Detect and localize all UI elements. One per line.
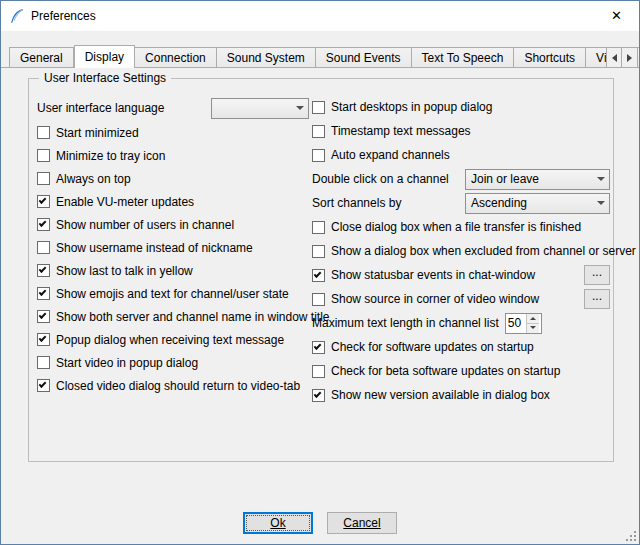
checkbox-icon	[37, 241, 50, 254]
language-label: User interface language	[37, 101, 164, 115]
checkbox-icon	[312, 389, 325, 402]
close-icon: ✕	[611, 8, 622, 23]
checkbox-icon	[312, 341, 325, 354]
checkbox-check-updates[interactable]: Check for software updates on startup	[312, 340, 534, 354]
sort-channels-value: Ascending	[466, 196, 593, 210]
checkbox-icon	[37, 172, 50, 185]
max-text-length-row: Maximum text length in channel list	[312, 311, 610, 335]
tab-scroller	[606, 47, 638, 68]
tab-text-to-speech[interactable]: Text To Speech	[412, 47, 515, 68]
tab-shortcuts[interactable]: Shortcuts	[514, 47, 586, 68]
checkbox-icon	[312, 125, 325, 138]
checkbox-icon	[37, 218, 50, 231]
tab-scroll-right-button[interactable]	[622, 47, 638, 68]
checkbox-icon	[312, 221, 325, 234]
checkmark-icon	[39, 265, 47, 273]
language-combobox[interactable]	[211, 98, 309, 119]
checkbox-vu-meter-updates[interactable]: Enable VU-meter updates	[37, 195, 194, 209]
language-row: User interface language	[37, 95, 309, 121]
checkmark-icon	[39, 380, 47, 388]
resize-grip[interactable]	[624, 529, 636, 541]
checkbox-icon	[312, 245, 325, 258]
ok-button[interactable]: Ok	[243, 512, 313, 534]
checkbox-closed-video-return[interactable]: Closed video dialog should return to vid…	[37, 379, 300, 393]
checkmark-icon	[314, 270, 322, 278]
checkmark-icon	[39, 311, 47, 319]
sort-channels-combobox[interactable]: Ascending	[465, 193, 610, 214]
footer: Ok Cancel	[1, 512, 639, 534]
checkbox-icon	[312, 149, 325, 162]
user-interface-settings-group: User Interface Settings User interface l…	[28, 78, 614, 462]
checkbox-icon	[312, 101, 325, 114]
video-source-more-button[interactable]: ...	[584, 289, 610, 309]
group-title: User Interface Settings	[39, 71, 171, 85]
checkbox-icon	[312, 293, 325, 306]
double-click-combobox[interactable]: Join or leave	[465, 169, 610, 190]
checkbox-show-emojis[interactable]: Show emojis and text for channel/user st…	[37, 287, 289, 301]
checkbox-desktops-popup[interactable]: Start desktops in popup dialog	[312, 100, 492, 114]
chevron-down-icon	[292, 102, 308, 114]
chevron-down-icon	[593, 197, 609, 209]
checkmark-icon	[39, 196, 47, 204]
tab-general[interactable]: General	[9, 47, 74, 68]
chevron-down-icon	[593, 173, 609, 185]
window-title: Preferences	[31, 9, 96, 23]
statusbar-events-more-button[interactable]: ...	[584, 265, 610, 285]
titlebar[interactable]: Preferences ✕	[1, 1, 639, 31]
max-text-length-spinner	[505, 313, 542, 334]
checkbox-icon	[37, 356, 50, 369]
checkbox-icon	[37, 149, 50, 162]
checkmark-icon	[39, 288, 47, 296]
cancel-button[interactable]: Cancel	[327, 512, 397, 534]
checkbox-always-on-top[interactable]: Always on top	[37, 172, 131, 186]
checkbox-icon	[37, 333, 50, 346]
right-column: Start desktops in popup dialog Timestamp…	[312, 95, 610, 407]
preferences-dialog: Preferences ✕ General Display Connection…	[0, 0, 640, 545]
sort-channels-row: Sort channels by Ascending	[312, 191, 610, 215]
statusbar-events-row: Show statusbar events in chat-window ...	[312, 263, 610, 287]
checkbox-new-version-dialog[interactable]: Show new version available in dialog box	[312, 388, 550, 402]
tab-scroll-left-button[interactable]	[606, 47, 622, 68]
spin-up-button[interactable]	[527, 314, 539, 323]
checkbox-close-on-transfer-finish[interactable]: Close dialog box when a file transfer is…	[312, 220, 581, 234]
checkmark-icon	[314, 390, 322, 398]
checkbox-icon	[37, 310, 50, 323]
arrow-up-icon	[530, 314, 536, 320]
max-text-length-input[interactable]	[506, 314, 526, 333]
checkbox-icon	[37, 126, 50, 139]
checkmark-icon	[39, 219, 47, 227]
arrow-right-icon	[627, 54, 636, 62]
checkbox-video-popup[interactable]: Start video in popup dialog	[37, 356, 198, 370]
checkbox-icon	[312, 365, 325, 378]
checkbox-check-beta-updates[interactable]: Check for beta software updates on start…	[312, 364, 560, 378]
checkbox-last-to-talk-yellow[interactable]: Show last to talk in yellow	[37, 264, 193, 278]
tab-connection[interactable]: Connection	[135, 47, 217, 68]
checkbox-server-channel-title[interactable]: Show both server and channel name in win…	[37, 310, 330, 324]
checkbox-statusbar-events[interactable]: Show statusbar events in chat-window	[312, 268, 535, 282]
tab-sound-events[interactable]: Sound Events	[316, 47, 412, 68]
tab-sound-system[interactable]: Sound System	[217, 47, 316, 68]
checkbox-icon	[37, 287, 50, 300]
tab-display[interactable]: Display	[74, 45, 135, 68]
tab-bar: General Display Connection Sound System …	[1, 45, 639, 68]
checkbox-start-minimized[interactable]: Start minimized	[37, 126, 139, 140]
left-column: User interface language Start minimized …	[37, 95, 309, 397]
ellipsis-icon: ...	[592, 290, 602, 302]
checkbox-popup-text-message[interactable]: Popup dialog when receiving text message	[37, 333, 284, 347]
double-click-row: Double click on a channel Join or leave	[312, 167, 610, 191]
sort-channels-label: Sort channels by	[312, 196, 401, 210]
checkbox-icon	[37, 379, 50, 392]
arrow-left-icon	[608, 54, 617, 62]
checkbox-auto-expand-channels[interactable]: Auto expand channels	[312, 148, 450, 162]
checkbox-excluded-dialog[interactable]: Show a dialog box when excluded from cha…	[312, 244, 636, 258]
close-button[interactable]: ✕	[594, 1, 639, 31]
checkbox-video-source-corner[interactable]: Show source in corner of video window	[312, 292, 539, 306]
checkbox-show-user-count[interactable]: Show number of users in channel	[37, 218, 234, 232]
spin-down-button[interactable]	[527, 323, 539, 333]
arrow-down-icon	[530, 326, 536, 332]
checkbox-minimize-to-tray[interactable]: Minimize to tray icon	[37, 149, 165, 163]
double-click-value: Join or leave	[466, 172, 593, 186]
checkbox-timestamp-messages[interactable]: Timestamp text messages	[312, 124, 471, 138]
checkmark-icon	[314, 342, 322, 350]
checkbox-show-username[interactable]: Show username instead of nickname	[37, 241, 253, 255]
